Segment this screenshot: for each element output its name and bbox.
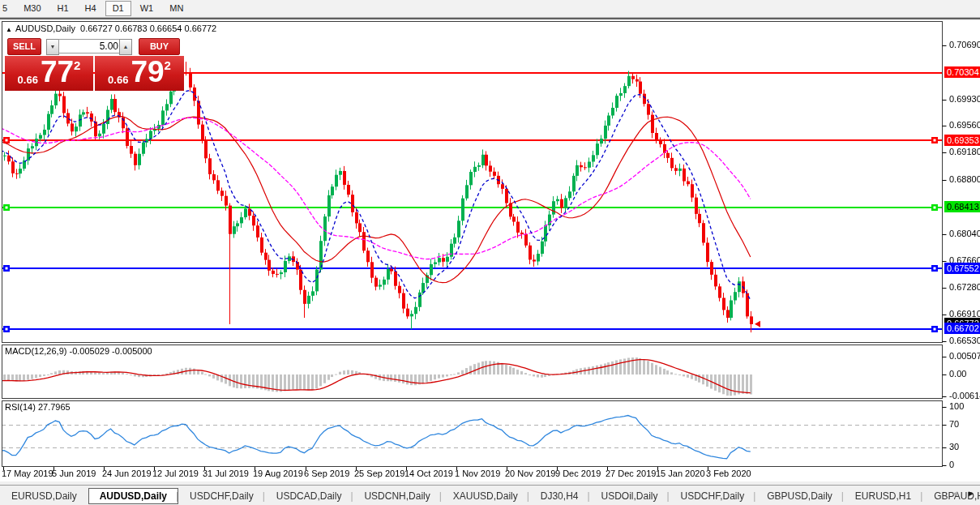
rsi-tick-label: 30 [949, 442, 959, 452]
date-label: 19 Aug 2019 [253, 469, 303, 478]
price-tick-label: 0.67280 [949, 282, 980, 292]
chart-tab-bar: EURUSD,DailyAUDUSD,DailyUSDCHF,DailyUSDC… [0, 485, 980, 505]
price-tick-label: 0.69180 [949, 147, 980, 156]
date-label: 20 Nov 2019 [505, 469, 555, 478]
date-label: 24 Jun 2019 [102, 469, 152, 478]
ohlc-values: 0.66727 0.66783 0.66654 0.66772 [80, 24, 216, 33]
price-tick-label: 0.68800 [949, 174, 980, 184]
date-label: 5 Jun 2019 [52, 469, 96, 478]
buy-quote-button[interactable]: 0.66792 [95, 56, 184, 91]
timeframe-button-5[interactable]: 5 [0, 1, 15, 16]
tab-eurusd-h1[interactable]: EURUSD,H1 [844, 488, 922, 504]
tab-usdcad-daily[interactable]: USDCAD,Daily [265, 488, 353, 504]
date-label: 12 Jul 2019 [152, 469, 199, 478]
sell-button[interactable]: SELL [7, 38, 41, 55]
level-price-label: 0.67552 [944, 263, 980, 274]
date-label: 15 Jan 2020 [656, 469, 705, 478]
level-price-label: 0.70304 [944, 66, 980, 78]
sell-price-big: 77 [41, 56, 74, 91]
date-label: 1 Nov 2019 [455, 469, 500, 478]
volume-increase-button[interactable]: ▲ [119, 39, 132, 55]
sell-price-sup: 2 [74, 56, 80, 72]
rsi-tick-label: 100 [949, 401, 964, 411]
macd-tick-label: 0.00 [949, 369, 966, 379]
timeframe-toolbar: 5M30H1H4D1W1MN [0, 0, 980, 18]
level-price-label: 0.68413 [944, 201, 980, 212]
date-label: 17 May 2019 [2, 469, 53, 478]
price-tick-label: 0.70690 [949, 40, 980, 49]
macd-tick-label: 0.005076 [949, 351, 980, 361]
timeframe-button-M30[interactable]: M30 [16, 1, 48, 16]
timeframe-button-MN[interactable]: MN [162, 1, 190, 16]
volume-field[interactable] [58, 39, 122, 53]
volume-decrease-button[interactable]: ▼ [46, 39, 59, 55]
tab-usdoil-daily[interactable]: USDOil,Daily [589, 488, 669, 504]
date-label: 6 Sep 2019 [304, 469, 349, 478]
buy-price-sup: 2 [165, 56, 171, 72]
price-tick-label: 0.69560 [949, 120, 980, 130]
tab-eurusd-daily[interactable]: EURUSD,Daily [0, 488, 88, 504]
date-label: 27 Dec 2019 [606, 469, 656, 478]
tab-usdcnh-daily[interactable]: USDCNH,Daily [353, 488, 441, 504]
buy-button[interactable]: BUY [139, 38, 180, 55]
tab-xauusd-daily[interactable]: XAUUSD,Daily [442, 488, 529, 504]
date-label: 14 Oct 2019 [404, 469, 453, 478]
price-tick-label: 0.66910 [949, 309, 980, 319]
price-tick-label: 0.69930 [949, 94, 980, 104]
sell-quote-button[interactable]: 0.66772 [5, 56, 93, 91]
symbol-title: ▲AUDUSD,Daily 0.66727 0.66783 0.66654 0.… [6, 24, 216, 33]
buy-price-big: 79 [131, 56, 164, 91]
tab-scroll-right-icon[interactable]: ► [967, 489, 975, 498]
tab-dj30-h4[interactable]: DJ30,H4 [529, 488, 590, 504]
date-label: 3 Feb 2020 [706, 469, 751, 478]
mt4-terminal: 5M30H1H4D1W1MN ▲AUDUSD,Daily 0.66727 0.6… [0, 0, 980, 505]
rsi-tick-label: 0 [949, 460, 954, 469]
date-label: 31 Jul 2019 [203, 469, 249, 478]
level-price-label: 0.66702 [944, 323, 980, 334]
rsi-indicator-label: RSI(14) 27.7965 [5, 402, 71, 412]
price-tick-label: 0.68040 [949, 229, 980, 238]
tab-usdchf-daily[interactable]: USDCHF,Daily [178, 488, 265, 504]
tab-usdchf-daily[interactable]: USDCHF,Daily [669, 488, 755, 504]
timeframe-button-H1[interactable]: H1 [50, 1, 76, 16]
buy-price-prefix: 0.66 [108, 74, 128, 91]
tab-scroll-left-icon[interactable]: ◄ [951, 489, 959, 498]
timeframe-button-D1[interactable]: D1 [105, 1, 131, 16]
timeframe-button-H4[interactable]: H4 [78, 1, 104, 16]
price-tick-label: 0.66530 [949, 336, 980, 345]
macd-tick-label: -0.006148 [949, 391, 980, 400]
tab-audusd-daily[interactable]: AUDUSD,Daily [88, 488, 178, 504]
collapse-panel-icon[interactable]: ▲ [6, 26, 12, 33]
symbol-name: AUDUSD,Daily [15, 24, 75, 33]
macd-indicator-label: MACD(12,26,9) -0.005029 -0.005000 [5, 346, 152, 356]
sell-price-prefix: 0.66 [18, 74, 38, 91]
level-price-label: 0.69353 [944, 135, 980, 146]
date-label: 25 Sep 2019 [354, 469, 404, 478]
date-label: 9 Dec 2019 [555, 469, 601, 478]
timeframe-button-W1[interactable]: W1 [133, 1, 161, 16]
rsi-tick-label: 70 [949, 419, 959, 429]
chart-window: ▲AUDUSD,Daily 0.66727 0.66783 0.66654 0.… [0, 18, 980, 486]
tab-gbpusd-daily[interactable]: GBPUSD,Daily [755, 488, 844, 504]
